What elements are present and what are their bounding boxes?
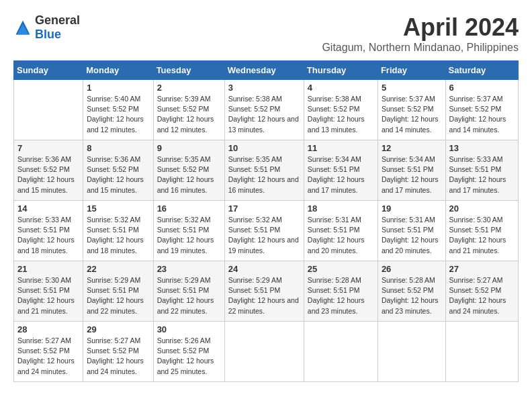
day-number: 12 <box>382 143 442 153</box>
day-info: Sunrise: 5:39 AMSunset: 5:52 PMDaylight:… <box>157 94 221 135</box>
logo-icon <box>13 18 32 37</box>
month-title: April 2024 <box>322 13 519 42</box>
logo: General Blue <box>13 13 80 42</box>
day-number: 22 <box>87 264 149 274</box>
day-info: Sunrise: 5:32 AMSunset: 5:51 PMDaylight:… <box>157 215 221 256</box>
day-info: Sunrise: 5:29 AMSunset: 5:51 PMDaylight:… <box>87 275 149 316</box>
day-number: 18 <box>308 203 374 214</box>
calendar-cell: 27Sunrise: 5:27 AMSunset: 5:52 PMDayligh… <box>445 261 518 322</box>
calendar-cell: 5Sunrise: 5:37 AMSunset: 5:52 PMDaylight… <box>378 80 445 140</box>
day-info: Sunrise: 5:29 AMSunset: 5:51 PMDaylight:… <box>157 275 221 316</box>
calendar-cell: 11Sunrise: 5:34 AMSunset: 5:51 PMDayligh… <box>304 140 378 201</box>
calendar-week-row: 7Sunrise: 5:36 AMSunset: 5:52 PMDaylight… <box>14 140 519 201</box>
calendar-cell: 20Sunrise: 5:30 AMSunset: 5:51 PMDayligh… <box>445 201 518 261</box>
calendar-cell: 6Sunrise: 5:37 AMSunset: 5:52 PMDaylight… <box>445 80 518 140</box>
calendar-cell: 19Sunrise: 5:31 AMSunset: 5:51 PMDayligh… <box>378 201 445 261</box>
header-saturday: Saturday <box>445 61 518 80</box>
day-number: 14 <box>17 203 79 214</box>
calendar-header-row: SundayMondayTuesdayWednesdayThursdayFrid… <box>14 61 519 80</box>
day-info: Sunrise: 5:34 AMSunset: 5:51 PMDaylight:… <box>382 154 442 195</box>
day-info: Sunrise: 5:32 AMSunset: 5:51 PMDaylight:… <box>228 215 300 256</box>
calendar-cell: 10Sunrise: 5:35 AMSunset: 5:51 PMDayligh… <box>224 140 304 201</box>
day-info: Sunrise: 5:28 AMSunset: 5:51 PMDaylight:… <box>308 275 374 316</box>
day-info: Sunrise: 5:27 AMSunset: 5:52 PMDaylight:… <box>17 336 79 377</box>
calendar-cell <box>445 322 518 382</box>
day-number: 26 <box>382 264 442 274</box>
day-number: 7 <box>17 143 79 153</box>
header-tuesday: Tuesday <box>153 61 224 80</box>
calendar-cell: 18Sunrise: 5:31 AMSunset: 5:51 PMDayligh… <box>304 201 378 261</box>
day-number: 29 <box>87 324 149 334</box>
day-number: 24 <box>228 264 300 274</box>
calendar-cell: 2Sunrise: 5:39 AMSunset: 5:52 PMDaylight… <box>153 80 224 140</box>
calendar-cell <box>14 80 83 140</box>
day-number: 4 <box>308 83 374 93</box>
day-info: Sunrise: 5:35 AMSunset: 5:52 PMDaylight:… <box>157 154 221 195</box>
calendar-cell: 4Sunrise: 5:38 AMSunset: 5:52 PMDaylight… <box>304 80 378 140</box>
header-sunday: Sunday <box>14 61 83 80</box>
calendar-week-row: 21Sunrise: 5:30 AMSunset: 5:51 PMDayligh… <box>14 261 519 322</box>
header-monday: Monday <box>83 61 153 80</box>
calendar-cell: 1Sunrise: 5:40 AMSunset: 5:52 PMDaylight… <box>83 80 153 140</box>
calendar-week-row: 14Sunrise: 5:33 AMSunset: 5:51 PMDayligh… <box>14 201 519 261</box>
calendar-cell <box>224 322 304 382</box>
calendar-cell: 29Sunrise: 5:27 AMSunset: 5:52 PMDayligh… <box>83 322 153 382</box>
day-number: 8 <box>87 143 149 153</box>
header-wednesday: Wednesday <box>224 61 304 80</box>
header-thursday: Thursday <box>304 61 378 80</box>
day-info: Sunrise: 5:34 AMSunset: 5:51 PMDaylight:… <box>308 154 374 195</box>
day-number: 17 <box>228 203 300 214</box>
calendar-cell: 12Sunrise: 5:34 AMSunset: 5:51 PMDayligh… <box>378 140 445 201</box>
calendar-cell: 28Sunrise: 5:27 AMSunset: 5:52 PMDayligh… <box>14 322 83 382</box>
day-number: 13 <box>449 143 515 153</box>
day-info: Sunrise: 5:36 AMSunset: 5:52 PMDaylight:… <box>17 154 79 195</box>
day-info: Sunrise: 5:30 AMSunset: 5:51 PMDaylight:… <box>17 275 79 316</box>
calendar-cell: 7Sunrise: 5:36 AMSunset: 5:52 PMDaylight… <box>14 140 83 201</box>
day-info: Sunrise: 5:31 AMSunset: 5:51 PMDaylight:… <box>382 215 442 256</box>
calendar-cell <box>378 322 445 382</box>
calendar-week-row: 1Sunrise: 5:40 AMSunset: 5:52 PMDaylight… <box>14 80 519 140</box>
day-info: Sunrise: 5:37 AMSunset: 5:52 PMDaylight:… <box>382 94 442 135</box>
calendar-cell: 17Sunrise: 5:32 AMSunset: 5:51 PMDayligh… <box>224 201 304 261</box>
calendar-cell: 8Sunrise: 5:36 AMSunset: 5:52 PMDaylight… <box>83 140 153 201</box>
calendar-week-row: 28Sunrise: 5:27 AMSunset: 5:52 PMDayligh… <box>14 322 519 382</box>
day-info: Sunrise: 5:31 AMSunset: 5:51 PMDaylight:… <box>308 215 374 256</box>
day-info: Sunrise: 5:37 AMSunset: 5:52 PMDaylight:… <box>449 94 515 135</box>
day-number: 15 <box>87 203 149 214</box>
calendar-cell: 21Sunrise: 5:30 AMSunset: 5:51 PMDayligh… <box>14 261 83 322</box>
day-info: Sunrise: 5:35 AMSunset: 5:51 PMDaylight:… <box>228 154 300 195</box>
day-info: Sunrise: 5:27 AMSunset: 5:52 PMDaylight:… <box>449 275 515 316</box>
calendar-cell: 9Sunrise: 5:35 AMSunset: 5:52 PMDaylight… <box>153 140 224 201</box>
header-friday: Friday <box>378 61 445 80</box>
calendar-cell: 15Sunrise: 5:32 AMSunset: 5:51 PMDayligh… <box>83 201 153 261</box>
day-info: Sunrise: 5:33 AMSunset: 5:51 PMDaylight:… <box>449 154 515 195</box>
calendar-cell: 26Sunrise: 5:28 AMSunset: 5:52 PMDayligh… <box>378 261 445 322</box>
day-number: 19 <box>382 203 442 214</box>
location-title: Gitagum, Northern Mindanao, Philippines <box>322 42 519 54</box>
calendar-cell: 30Sunrise: 5:26 AMSunset: 5:52 PMDayligh… <box>153 322 224 382</box>
day-number: 1 <box>87 83 149 93</box>
page-header: General Blue April 2024 Gitagum, Norther… <box>13 13 519 54</box>
calendar-cell: 25Sunrise: 5:28 AMSunset: 5:51 PMDayligh… <box>304 261 378 322</box>
day-number: 25 <box>308 264 374 274</box>
title-block: April 2024 Gitagum, Northern Mindanao, P… <box>322 13 519 54</box>
day-info: Sunrise: 5:29 AMSunset: 5:51 PMDaylight:… <box>228 275 300 316</box>
calendar-cell: 3Sunrise: 5:38 AMSunset: 5:52 PMDaylight… <box>224 80 304 140</box>
day-number: 3 <box>228 83 300 93</box>
day-info: Sunrise: 5:38 AMSunset: 5:52 PMDaylight:… <box>228 94 300 135</box>
day-info: Sunrise: 5:38 AMSunset: 5:52 PMDaylight:… <box>308 94 374 135</box>
day-number: 27 <box>449 264 515 274</box>
day-number: 16 <box>157 203 221 214</box>
day-number: 21 <box>17 264 79 274</box>
day-number: 28 <box>17 324 79 334</box>
calendar-cell: 22Sunrise: 5:29 AMSunset: 5:51 PMDayligh… <box>83 261 153 322</box>
calendar-cell: 16Sunrise: 5:32 AMSunset: 5:51 PMDayligh… <box>153 201 224 261</box>
calendar-cell: 23Sunrise: 5:29 AMSunset: 5:51 PMDayligh… <box>153 261 224 322</box>
logo-general: General <box>35 13 80 27</box>
day-info: Sunrise: 5:30 AMSunset: 5:51 PMDaylight:… <box>449 215 515 256</box>
calendar-cell: 13Sunrise: 5:33 AMSunset: 5:51 PMDayligh… <box>445 140 518 201</box>
day-number: 10 <box>228 143 300 153</box>
day-info: Sunrise: 5:27 AMSunset: 5:52 PMDaylight:… <box>87 336 149 377</box>
day-info: Sunrise: 5:36 AMSunset: 5:52 PMDaylight:… <box>87 154 149 195</box>
day-number: 9 <box>157 143 221 153</box>
